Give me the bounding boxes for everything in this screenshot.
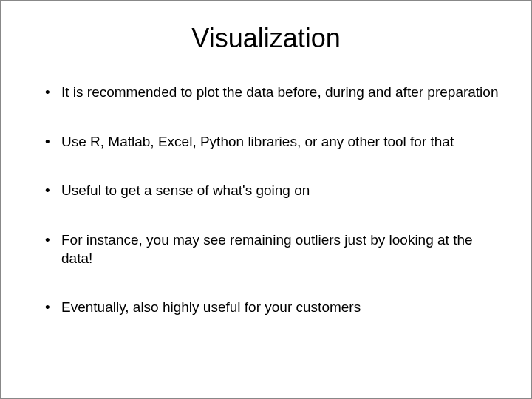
bullet-item: Use R, Matlab, Excel, Python libraries, … (45, 133, 502, 151)
bullet-item: Eventually, also highly useful for your … (45, 299, 502, 317)
bullet-item: For instance, you may see remaining outl… (45, 231, 502, 267)
bullet-item: Useful to get a sense of what's going on (45, 182, 502, 200)
bullet-item: It is recommended to plot the data befor… (45, 83, 502, 102)
bullet-list: It is recommended to plot the data befor… (30, 83, 502, 317)
slide-title: Visualization (30, 23, 502, 54)
